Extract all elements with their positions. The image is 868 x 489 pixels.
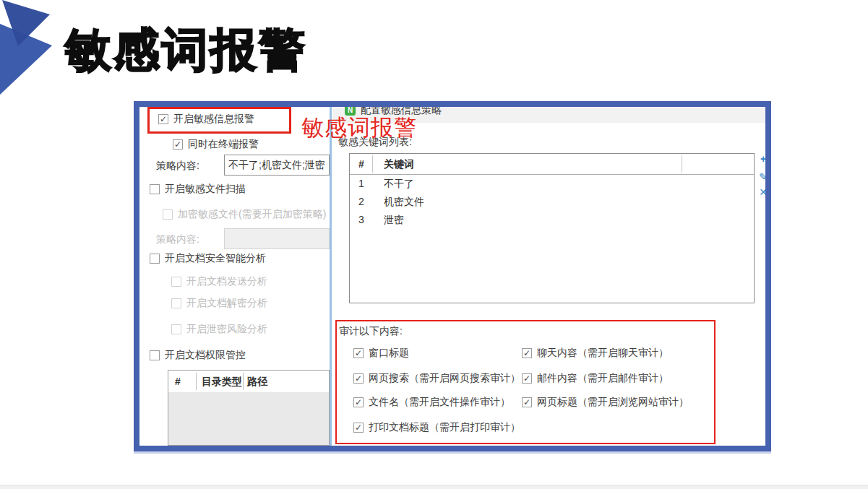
checkbox-label: 开启文档发送分析 — [186, 275, 267, 288]
slide: 敏感词报警 ✓开启敏感信息报警✓同时在终端报警策略内容:不干了;机密文件;泄密开… — [0, 0, 868, 489]
left-checkbox-row-4: 加密敏感文件(需要开启加密策略) — [163, 209, 326, 220]
checkbox-icon[interactable]: ✓ — [522, 373, 532, 384]
left-checkbox-row-8: 开启文档解密分析 — [171, 298, 267, 309]
checkbox-label: 开启文档权限管控 — [165, 349, 246, 362]
policy-content-field[interactable]: 不干了;机密文件;泄密 — [224, 155, 330, 176]
left-checkbox-row-3[interactable]: 开启敏感文件扫描 — [150, 183, 246, 195]
checkbox-icon — [171, 277, 181, 287]
edit-icon[interactable]: ✎ — [757, 171, 769, 183]
page-title: 敏感词报警 — [65, 25, 307, 75]
checkbox-icon[interactable]: ✓ — [173, 139, 183, 150]
screenshot-frame: ✓开启敏感信息报警✓同时在终端报警策略内容:不干了;机密文件;泄密开启敏感文件扫… — [134, 101, 771, 451]
audit-section-box: 审计以下内容: ✓窗口标题✓网页搜索（需开启网页搜索审计）✓文件名（需开启文件操… — [335, 320, 716, 444]
keyword-row-number: 3 — [358, 214, 364, 225]
checkbox-icon[interactable]: ✓ — [353, 423, 364, 433]
keyword-header-cell: 关键词 — [384, 158, 414, 171]
checkbox-icon[interactable] — [150, 350, 160, 360]
directory-header-cell: # — [175, 376, 181, 387]
audit-checkbox-col2-0[interactable]: ✓聊天内容（需开启聊天审计） — [522, 347, 669, 359]
checkbox-icon[interactable]: ✓ — [522, 397, 532, 407]
left-checkbox-row-6[interactable]: 开启文档安全智能分析 — [150, 253, 266, 264]
annotation-text: 敏感词报警 — [301, 113, 417, 143]
policy-content-label: 策略内容: — [156, 233, 199, 246]
add-icon[interactable]: + — [757, 153, 769, 165]
audit-checkbox-col1-2[interactable]: ✓文件名（需开启文件操作审计） — [353, 397, 510, 408]
audit-checkbox-col1-0[interactable]: ✓窗口标题 — [353, 347, 409, 359]
keyword-row[interactable]: 2机密文件 — [350, 193, 754, 211]
keyword-row-word: 泄密 — [384, 214, 404, 227]
checkbox-label: 开启文档解密分析 — [186, 297, 267, 310]
delete-icon[interactable]: ✕ — [757, 186, 769, 198]
checkbox-label: 打印文档标题（需开启打印审计） — [369, 421, 520, 434]
checkbox-label: 开启敏感文件扫描 — [165, 183, 246, 196]
keyword-table-header: #关键词 — [350, 154, 754, 175]
checkbox-label: 聊天内容（需开启聊天审计） — [537, 347, 669, 360]
left-checkbox-row-1[interactable]: ✓同时在终端报警 — [173, 139, 259, 150]
keyword-row-number: 1 — [358, 178, 364, 189]
directory-header-cell: 目录类型 — [202, 376, 242, 389]
checkbox-label: 网页搜索（需开启网页搜索审计） — [369, 372, 520, 385]
directory-table-body — [168, 392, 329, 446]
annotation-highlight-box — [147, 107, 291, 134]
keyword-row[interactable]: 3泄密 — [350, 211, 754, 229]
keyword-row-number: 2 — [358, 196, 364, 207]
slide-footer-strip — [0, 485, 868, 489]
audit-checkbox-col1-1[interactable]: ✓网页搜索（需开启网页搜索审计） — [353, 373, 520, 384]
checkbox-icon — [171, 324, 181, 334]
audit-section-label: 审计以下内容: — [339, 325, 403, 338]
checkbox-icon — [163, 209, 173, 220]
checkbox-icon[interactable] — [150, 254, 160, 264]
checkbox-icon[interactable]: ✓ — [353, 373, 364, 384]
checkbox-label: 邮件内容（需开启邮件审计） — [537, 372, 669, 385]
checkbox-label: 窗口标题 — [369, 347, 409, 360]
checkbox-label: 网页标题（需开启浏览网站审计） — [537, 396, 689, 409]
checkbox-icon[interactable]: ✓ — [353, 348, 364, 358]
checkbox-label: 加密敏感文件(需要开启加密策略) — [178, 208, 326, 221]
directory-table[interactable]: #目录类型路径 — [168, 370, 330, 446]
keyword-header-cell: # — [358, 158, 364, 170]
policy-content-field — [224, 228, 330, 249]
audit-checkbox-col1-3[interactable]: ✓打印文档标题（需开启打印审计） — [353, 422, 520, 433]
panel-divider — [330, 107, 332, 446]
left-checkbox-row-9: 开启泄密风险分析 — [171, 324, 267, 335]
column-separator — [682, 155, 682, 173]
keyword-row-word: 机密文件 — [384, 196, 424, 209]
audit-checkbox-col2-1[interactable]: ✓邮件内容（需开启邮件审计） — [522, 373, 669, 384]
keyword-row[interactable]: 1不干了 — [350, 175, 754, 193]
checkbox-icon[interactable]: ✓ — [353, 397, 364, 407]
policy-content-label: 策略内容: — [156, 160, 199, 173]
column-separator — [372, 155, 373, 173]
checkbox-icon[interactable]: ✓ — [522, 348, 532, 358]
checkbox-icon[interactable] — [150, 184, 160, 194]
checkbox-label: 同时在终端报警 — [188, 138, 259, 151]
keyword-table[interactable]: #关键词 1不干了2机密文件3泄密 — [349, 153, 755, 303]
audit-checkbox-col2-2[interactable]: ✓网页标题（需开启浏览网站审计） — [522, 397, 689, 408]
keyword-row-word: 不干了 — [384, 178, 414, 191]
checkbox-label: 开启泄密风险分析 — [186, 323, 267, 336]
left-checkbox-row-7: 开启文档发送分析 — [171, 276, 267, 287]
column-separator — [243, 373, 244, 390]
checkbox-icon — [171, 298, 181, 308]
checkbox-label: 文件名（需开启文件操作审计） — [369, 396, 510, 409]
directory-table-header: #目录类型路径 — [168, 371, 329, 392]
left-checkbox-row-10[interactable]: 开启文档权限管控 — [150, 350, 246, 361]
column-separator — [196, 373, 197, 390]
checkbox-label: 开启文档安全智能分析 — [165, 252, 266, 265]
directory-header-cell: 路径 — [247, 376, 267, 389]
